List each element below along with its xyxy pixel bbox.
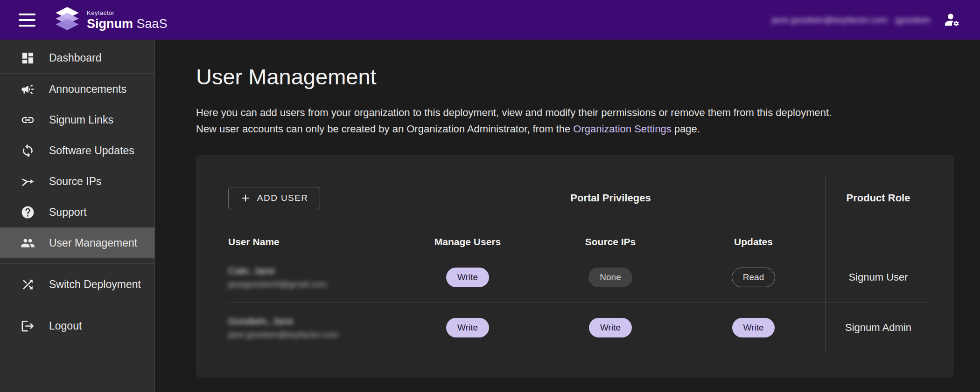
updates-sync-icon (21, 144, 35, 158)
sidebar-item-announcements[interactable]: Announcements (0, 74, 154, 104)
sidebar-item-support[interactable]: Support (0, 197, 154, 227)
table-row: Goodwin, Jane jane.goodwin@keyfactor.com… (228, 303, 931, 352)
table-header-row: User Name Manage Users Source IPs Update… (228, 232, 931, 252)
col-header-manage-users: Manage Users (396, 236, 539, 248)
dashboard-icon (21, 51, 35, 65)
product-role-value: Signum User (825, 271, 931, 283)
sidebar-item-logout[interactable]: Logout (0, 310, 154, 341)
user-table-card: ADD USER Portal Privileges Product Role … (196, 155, 954, 378)
updates-privilege-pill[interactable]: Read (732, 268, 775, 287)
sidebar-item-dashboard[interactable]: Dashboard (0, 42, 154, 73)
page-description: Here you can add users from your organiz… (196, 104, 924, 137)
brand-title: Signum SaaS (87, 18, 168, 30)
hamburger-menu-icon[interactable] (19, 14, 35, 27)
user-email: jane.goodwin@keyfactor.com (228, 330, 396, 340)
user-email: janegoodwin9@gmail.com (228, 280, 396, 289)
manage-account-icon[interactable] (944, 12, 960, 28)
top-bar: Keyfactor Signum SaaS jane.goodwin@keyfa… (0, 0, 980, 40)
product-role-header: Product Role (825, 192, 931, 204)
user-name: Goodwin, Jane (228, 316, 396, 327)
sidebar-item-switch-deployment[interactable]: Switch Deployment (0, 269, 154, 300)
sidebar-divider (0, 263, 154, 264)
logged-in-user-info: jane.goodwin@keyfactor.com · jgoodwin (772, 15, 931, 25)
sidebar-divider (0, 305, 154, 305)
help-icon (21, 205, 35, 220)
sidebar-item-user-management[interactable]: User Management (0, 227, 154, 258)
user-name: Cale, Jane (228, 265, 396, 276)
organization-settings-link[interactable]: Organization Settings (573, 123, 671, 135)
table-vertical-divider (825, 176, 826, 352)
updates-privilege-pill[interactable]: Write (732, 318, 775, 337)
announcements-icon (21, 82, 35, 96)
users-group-icon (21, 236, 35, 250)
manage-users-privilege-pill[interactable]: Write (446, 268, 489, 287)
col-header-source-ips: Source IPs (539, 236, 682, 248)
col-header-user-name: User Name (228, 236, 396, 248)
brand-small-label: Keyfactor (87, 10, 168, 16)
plus-icon (240, 193, 251, 203)
brand-logo: Keyfactor Signum SaaS (55, 7, 168, 33)
add-user-button[interactable]: ADD USER (228, 187, 320, 209)
col-header-updates: Updates (682, 236, 825, 248)
sidebar-item-source-ips[interactable]: Source IPs (0, 166, 154, 197)
logout-icon (21, 319, 35, 333)
manage-users-privilege-pill[interactable]: Write (446, 318, 489, 337)
keyfactor-logo-icon (55, 7, 79, 33)
source-ips-privilege-pill[interactable]: Write (589, 318, 632, 337)
link-icon (21, 113, 35, 127)
page-title: User Management (196, 64, 954, 89)
main-content: User Management Here you can add users f… (155, 40, 980, 392)
sidebar: Dashboard Announcements Signum Links Sof… (0, 40, 155, 392)
sidebar-item-software-updates[interactable]: Software Updates (0, 135, 154, 166)
source-ips-icon (21, 174, 35, 189)
sidebar-item-signum-links[interactable]: Signum Links (0, 104, 154, 135)
portal-privileges-header: Portal Privileges (396, 192, 825, 204)
switch-deployment-icon (21, 277, 35, 292)
product-role-value: Signum Admin (825, 322, 931, 334)
table-row: Cale, Jane janegoodwin9@gmail.com Write … (228, 252, 931, 302)
source-ips-privilege-pill[interactable]: None (588, 268, 632, 287)
